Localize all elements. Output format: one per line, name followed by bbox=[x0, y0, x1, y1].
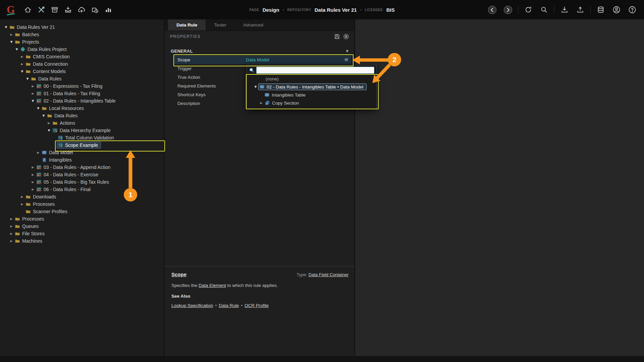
chevron-right-icon[interactable]: ▶ bbox=[30, 186, 36, 193]
tree-item-06-data-rules-final[interactable]: ▶06 - Data Rules - Final bbox=[0, 186, 164, 193]
download-icon[interactable] bbox=[559, 4, 570, 15]
dropdown-item-intangibles-table[interactable]: Intangibles Table bbox=[247, 91, 376, 99]
chevron-right-icon[interactable]: ▶ bbox=[9, 31, 14, 38]
tree-item-projects[interactable]: ▼Projects bbox=[0, 38, 164, 46]
tree-item-data-rules-ver-21[interactable]: ▼Data Rules Ver 21 bbox=[0, 23, 164, 31]
chevron-right-icon[interactable]: ▶ bbox=[19, 193, 25, 200]
chart-icon[interactable] bbox=[103, 4, 114, 15]
tree-item-intangibles[interactable]: Intangibles bbox=[0, 156, 164, 164]
close-icon[interactable] bbox=[343, 34, 349, 40]
chevron-right-icon[interactable]: ▶ bbox=[9, 223, 14, 230]
tree-item-local-resources[interactable]: ▼Local Resources bbox=[0, 105, 164, 112]
chevron-right-icon[interactable]: ▶ bbox=[9, 230, 14, 237]
chevron-right-icon[interactable]: ▶ bbox=[19, 60, 25, 68]
chevron-down-icon[interactable]: ▼ bbox=[36, 105, 41, 112]
database-icon[interactable] bbox=[595, 4, 606, 15]
forward-icon[interactable] bbox=[502, 4, 514, 15]
tree-item-file-stores[interactable]: ▶File Stores bbox=[0, 230, 164, 237]
chevron-right-icon[interactable]: ▶ bbox=[19, 53, 25, 60]
see-also-link-data-rule[interactable]: Data Rule bbox=[219, 303, 239, 308]
page-value[interactable]: Design bbox=[263, 7, 279, 13]
tools-icon[interactable] bbox=[36, 4, 47, 15]
save-icon[interactable] bbox=[334, 34, 340, 40]
dropdown-item-copy-section[interactable]: ▶Copy Section bbox=[247, 99, 376, 107]
tree-item-02-data-rules-intangibles-table[interactable]: ▼02 - Data Rules - Intangibles Table bbox=[0, 97, 164, 105]
menu-icon[interactable] bbox=[344, 57, 349, 62]
dropdown-item-none[interactable]: (none) bbox=[247, 75, 376, 83]
box-clock-icon[interactable] bbox=[89, 4, 101, 15]
chevron-right-icon[interactable]: ▶ bbox=[36, 149, 41, 156]
tree-item-downloads[interactable]: ▶Downloads bbox=[0, 193, 164, 200]
tree-item-00-expressions-tax-filing[interactable]: ▶00 - Expressions - Tax Filing bbox=[0, 82, 164, 90]
chevron-down-icon[interactable]: ▼ bbox=[346, 49, 348, 53]
tab-tester[interactable]: Tester bbox=[206, 19, 235, 31]
chevron-right-icon[interactable]: ▶ bbox=[259, 99, 264, 107]
type-value-link[interactable]: Data Field Container bbox=[309, 272, 348, 277]
tree-item-machines[interactable]: ▶Machines bbox=[0, 237, 164, 245]
tree-item-scope-example[interactable]: Scope Example bbox=[0, 141, 164, 149]
box-icon[interactable] bbox=[49, 4, 60, 15]
tree-item-label: CMIS Connection bbox=[33, 54, 70, 59]
chevron-right-icon[interactable]: ▶ bbox=[30, 164, 36, 171]
chevron-right-icon[interactable]: ▶ bbox=[9, 215, 14, 223]
tab-data-rule[interactable]: Data Rule bbox=[168, 19, 206, 31]
tab-advanced[interactable]: Advanced bbox=[235, 19, 272, 31]
tree-item-scanner-profiles[interactable]: Scanner Profiles bbox=[0, 208, 164, 215]
chevron-right-icon[interactable]: ▶ bbox=[9, 237, 14, 245]
chevron-down-icon[interactable]: ▼ bbox=[3, 23, 9, 31]
upload-icon[interactable] bbox=[575, 4, 586, 15]
tree-item-data-connection[interactable]: ▶Data Connection bbox=[0, 60, 164, 68]
back-icon[interactable] bbox=[486, 4, 498, 15]
help-icon[interactable] bbox=[627, 4, 638, 15]
tree-item-batches[interactable]: ▶Batches bbox=[0, 31, 164, 38]
see-also-link-lookup-specification[interactable]: Lookup Specification bbox=[171, 303, 213, 308]
tree-item-01-data-rules-tax-filing[interactable]: ▶01 - Data Rules - Tax Filing bbox=[0, 90, 164, 97]
chevron-down-icon[interactable]: ▼ bbox=[25, 75, 30, 82]
chevron-down-icon[interactable]: ▼ bbox=[14, 46, 19, 53]
tree-item-content-models[interactable]: ▼Content Models bbox=[0, 68, 164, 75]
chevron-down-icon[interactable]: ▼ bbox=[253, 83, 258, 91]
chevron-down-icon[interactable]: ▼ bbox=[30, 97, 36, 105]
tree-item-total-column-validation[interactable]: Total Column Validation bbox=[0, 134, 164, 141]
tree-item-data-rules[interactable]: ▼Data Rules bbox=[0, 112, 164, 119]
chevron-down-icon[interactable]: ▼ bbox=[9, 38, 14, 46]
tree-item-data-model[interactable]: ▶Data Model bbox=[0, 149, 164, 156]
tree-item-data-rules-project[interactable]: ▼Data Rules Project bbox=[0, 46, 164, 53]
chevron-right-icon[interactable]: ▶ bbox=[30, 90, 36, 97]
chevron-down-icon[interactable]: ▼ bbox=[46, 127, 52, 134]
box-download-icon[interactable] bbox=[62, 4, 74, 15]
chevron-right-icon[interactable]: ▶ bbox=[30, 82, 36, 90]
tree-item-03-data-rules-append-action[interactable]: ▶03 - Data Rules - Append Action bbox=[0, 164, 164, 171]
property-row-scope[interactable]: ScopeData Model bbox=[174, 55, 351, 64]
tree-item-data-rules[interactable]: ▼Data Rules bbox=[0, 75, 164, 82]
general-section-header[interactable]: GENERAL ▼ bbox=[165, 47, 355, 55]
tree-item-data-hierarchy-example[interactable]: ▼Data Hierarchy Example bbox=[0, 127, 164, 134]
chevron-right-icon[interactable]: ▶ bbox=[46, 119, 52, 127]
tree-item-actions[interactable]: ▶Actions bbox=[0, 119, 164, 127]
folder-icon bbox=[9, 24, 15, 30]
tree-item-cmis-connection[interactable]: ▶CMIS Connection bbox=[0, 53, 164, 60]
chevron-right-icon[interactable]: ▶ bbox=[30, 171, 36, 178]
tree-item-label: 00 - Expressions - Tax Filing bbox=[44, 83, 103, 89]
home-icon[interactable] bbox=[22, 4, 34, 15]
dropdown-item-02-data-rules-intangibles-table-data-model[interactable]: ▼02 - Data Rules - Intangibles Table • D… bbox=[247, 83, 376, 91]
data-element-link[interactable]: Data Element bbox=[199, 283, 226, 288]
repository-value[interactable]: Data Rules Ver 21 bbox=[315, 7, 357, 13]
dropdown-item-label: Copy Section bbox=[272, 101, 299, 106]
tree-item-processes[interactable]: ▶Processes bbox=[0, 200, 164, 208]
grooper-logo-icon[interactable]: G bbox=[3, 2, 18, 17]
tree-item-processes[interactable]: ▶Processes bbox=[0, 215, 164, 223]
chevron-right-icon[interactable]: ▶ bbox=[30, 178, 36, 186]
cloud-upload-icon[interactable] bbox=[76, 4, 87, 15]
chevron-down-icon[interactable]: ▼ bbox=[41, 112, 46, 119]
tree-item-queues[interactable]: ▶Queues bbox=[0, 223, 164, 230]
see-also-link-ocr-profile[interactable]: OCR Profile bbox=[245, 303, 269, 308]
chevron-down-icon[interactable]: ▼ bbox=[19, 68, 25, 75]
tree-item-04-data-rules-exercise[interactable]: ▶04 - Data Rules - Exercise bbox=[0, 171, 164, 178]
chevron-right-icon[interactable]: ▶ bbox=[19, 200, 25, 208]
tree-item-05-data-rules-big-tax-rules[interactable]: ▶05 - Data Rules - Big Tax Rules bbox=[0, 178, 164, 186]
search-icon[interactable] bbox=[538, 4, 550, 15]
user-icon[interactable] bbox=[611, 4, 622, 15]
refresh-icon[interactable] bbox=[523, 4, 534, 15]
search-input[interactable] bbox=[256, 67, 374, 74]
